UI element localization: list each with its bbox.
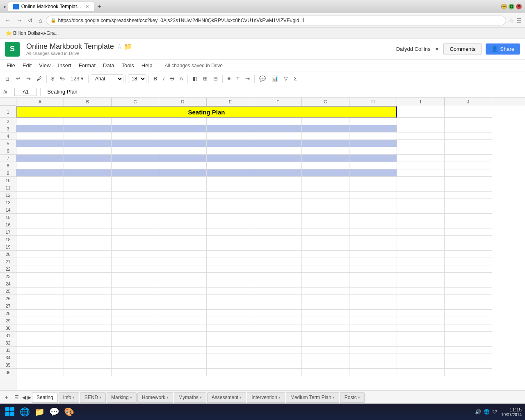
cell-22-6[interactable] bbox=[254, 265, 302, 273]
row-num-30[interactable]: 30 bbox=[0, 324, 16, 332]
cell-16-8[interactable] bbox=[349, 221, 397, 228]
cell-14-8[interactable] bbox=[349, 206, 397, 214]
cell-21-1[interactable] bbox=[16, 258, 64, 265]
cell-31-1[interactable] bbox=[16, 332, 64, 339]
cell-18-8[interactable] bbox=[349, 236, 397, 243]
cell-2-10[interactable] bbox=[445, 118, 492, 125]
row-num-14[interactable]: 14 bbox=[0, 206, 16, 214]
cell-11-8[interactable] bbox=[349, 184, 397, 192]
row-num-21[interactable]: 21 bbox=[0, 258, 16, 265]
sheet-tab-assessment[interactable]: Assessment ▾ bbox=[207, 392, 246, 403]
cell-31-6[interactable] bbox=[254, 332, 302, 339]
text-color-button[interactable]: A bbox=[177, 74, 186, 83]
cell-10-10[interactable] bbox=[445, 177, 492, 184]
cell-22-8[interactable] bbox=[349, 265, 397, 273]
cell-22-7[interactable] bbox=[302, 265, 349, 273]
cell-4-2[interactable] bbox=[64, 132, 112, 140]
insert-chart-button[interactable]: 📊 bbox=[269, 74, 281, 83]
cell-31-10[interactable] bbox=[445, 332, 492, 339]
cell-1-10[interactable] bbox=[445, 106, 492, 118]
cell-22-3[interactable] bbox=[112, 265, 159, 273]
cell-3-8[interactable] bbox=[349, 125, 397, 132]
cell-14-6[interactable] bbox=[254, 206, 302, 214]
cell-14-7[interactable] bbox=[302, 206, 349, 214]
cell-11-10[interactable] bbox=[445, 184, 492, 192]
col-header-f[interactable]: F bbox=[254, 98, 302, 106]
cell-17-4[interactable] bbox=[159, 228, 207, 236]
cell-29-10[interactable] bbox=[445, 317, 492, 324]
percent-button[interactable]: % bbox=[57, 74, 67, 83]
cell-23-5[interactable] bbox=[207, 273, 254, 280]
browser-tab[interactable]: Online Markbook Templat... ✕ bbox=[8, 2, 94, 11]
cell-8-3[interactable] bbox=[112, 162, 159, 169]
row-num-10[interactable]: 10 bbox=[0, 177, 16, 184]
cell-16-5[interactable] bbox=[207, 221, 254, 228]
cell-5-8[interactable] bbox=[349, 140, 397, 147]
cell-12-10[interactable] bbox=[445, 192, 492, 199]
forward-button[interactable]: → bbox=[15, 16, 24, 25]
cell-3-5[interactable] bbox=[207, 125, 254, 132]
cell-18-6[interactable] bbox=[254, 236, 302, 243]
cell-26-7[interactable] bbox=[302, 295, 349, 302]
cell-26-8[interactable] bbox=[349, 295, 397, 302]
cell-34-2[interactable] bbox=[64, 354, 112, 361]
font-size-select[interactable]: 18 bbox=[128, 74, 146, 83]
cell-24-1[interactable] bbox=[16, 280, 64, 288]
cell-23-7[interactable] bbox=[302, 273, 349, 280]
cell-34-9[interactable] bbox=[397, 354, 445, 361]
cell-26-9[interactable] bbox=[397, 295, 445, 302]
start-button[interactable] bbox=[3, 405, 16, 418]
cell-21-3[interactable] bbox=[112, 258, 159, 265]
cell-36-8[interactable] bbox=[349, 369, 397, 376]
cell-13-5[interactable] bbox=[207, 199, 254, 206]
paint-format-button[interactable]: 🖌 bbox=[34, 74, 44, 83]
row-num-9[interactable]: 9 bbox=[0, 169, 16, 177]
cell-17-10[interactable] bbox=[445, 228, 492, 236]
cell-12-5[interactable] bbox=[207, 192, 254, 199]
cell-7-9[interactable] bbox=[397, 155, 445, 162]
cell-26-4[interactable] bbox=[159, 295, 207, 302]
col-header-j[interactable]: J bbox=[445, 98, 492, 106]
cell-19-2[interactable] bbox=[64, 243, 112, 251]
row-num-20[interactable]: 20 bbox=[0, 251, 16, 258]
url-box[interactable]: 🔒 https://docs.google.com/spreadsheet/cc… bbox=[46, 16, 506, 25]
insert-comment-button[interactable]: 💬 bbox=[257, 74, 268, 83]
cell-9-1[interactable] bbox=[16, 169, 64, 177]
cell-30-4[interactable] bbox=[159, 324, 207, 332]
cell-12-8[interactable] bbox=[349, 192, 397, 199]
row-num-6[interactable]: 6 bbox=[0, 147, 16, 155]
doc-folder-icon[interactable]: 📁 bbox=[124, 43, 132, 50]
col-header-d[interactable]: D bbox=[159, 98, 207, 106]
cell-3-6[interactable] bbox=[254, 125, 302, 132]
cell-18-10[interactable] bbox=[445, 236, 492, 243]
cell-3-9[interactable] bbox=[397, 125, 445, 132]
cell-31-9[interactable] bbox=[397, 332, 445, 339]
cell-11-2[interactable] bbox=[64, 184, 112, 192]
cell-11-3[interactable] bbox=[112, 184, 159, 192]
cell-6-7[interactable] bbox=[302, 147, 349, 155]
cell-14-1[interactable] bbox=[16, 206, 64, 214]
cell-25-2[interactable] bbox=[64, 288, 112, 295]
cell-11-5[interactable] bbox=[207, 184, 254, 192]
cell-5-6[interactable] bbox=[254, 140, 302, 147]
cell-27-8[interactable] bbox=[349, 302, 397, 310]
cell-21-9[interactable] bbox=[397, 258, 445, 265]
cell-35-3[interactable] bbox=[112, 361, 159, 369]
cell-7-2[interactable] bbox=[64, 155, 112, 162]
row-num-36[interactable]: 36 bbox=[0, 369, 16, 376]
row-num-24[interactable]: 24 bbox=[0, 280, 16, 288]
cell-23-1[interactable] bbox=[16, 273, 64, 280]
cell-25-10[interactable] bbox=[445, 288, 492, 295]
cell-31-3[interactable] bbox=[112, 332, 159, 339]
cell-21-7[interactable] bbox=[302, 258, 349, 265]
row-num-5[interactable]: 5 bbox=[0, 140, 16, 147]
cell-6-10[interactable] bbox=[445, 147, 492, 155]
cell-6-1[interactable] bbox=[16, 147, 64, 155]
cell-18-9[interactable] bbox=[397, 236, 445, 243]
cell-16-1[interactable] bbox=[16, 221, 64, 228]
cell-9-7[interactable] bbox=[302, 169, 349, 177]
cell-19-10[interactable] bbox=[445, 243, 492, 251]
cell-8-2[interactable] bbox=[64, 162, 112, 169]
cell-25-5[interactable] bbox=[207, 288, 254, 295]
cell-5-4[interactable] bbox=[159, 140, 207, 147]
